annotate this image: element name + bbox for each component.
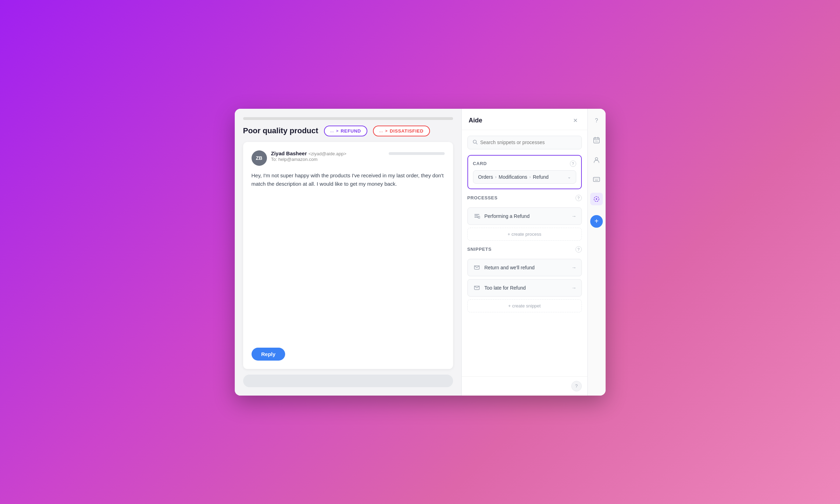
svg-point-12: [595, 157, 598, 160]
create-process-link[interactable]: + create process: [467, 228, 582, 241]
breadcrumb-modifications: Modifications: [499, 174, 527, 180]
card-breadcrumb[interactable]: Orders › Modifications › Refund ⌄: [473, 170, 576, 184]
search-input[interactable]: [480, 140, 577, 145]
svg-rect-13: [593, 177, 600, 182]
close-button[interactable]: ✕: [571, 116, 580, 126]
avatar: ZB: [252, 150, 267, 166]
close-icon: ✕: [573, 117, 578, 124]
refund-tag-button[interactable]: ... > REFUND: [324, 126, 367, 136]
snippets-help-icon[interactable]: ?: [576, 246, 582, 253]
to-address: help@amazon.com: [278, 157, 317, 162]
snippets-label: Snippets: [467, 247, 492, 252]
aide-footer: ?: [462, 376, 587, 396]
process-item-left: Performing a Refund: [473, 212, 530, 220]
dissatisfied-dots: ...: [379, 129, 383, 133]
email-header: Poor quality product ... > REFUND ... > …: [243, 126, 453, 136]
chevron-down-icon[interactable]: ⌄: [567, 175, 571, 179]
snippet-name-0: Return and we'll refund: [485, 265, 535, 270]
svg-line-1: [476, 143, 477, 144]
breadcrumb-sep-2: ›: [529, 175, 531, 179]
snippet-arrow-1: →: [572, 285, 577, 291]
svg-rect-3: [474, 215, 478, 216]
snippet-icon-1: [473, 284, 481, 292]
snippet-icon-0: [473, 263, 481, 272]
processes-section: Processes ?: [467, 195, 582, 241]
aide-header: Aide ✕: [462, 109, 587, 130]
breadcrumb-path: Orders › Modifications › Refund: [478, 174, 549, 180]
breadcrumb-orders: Orders: [478, 174, 493, 180]
email-bar-decoration: [389, 152, 445, 155]
dissatisfied-arrow: >: [385, 129, 388, 133]
main-window: Poor quality product ... > REFUND ... > …: [235, 109, 606, 396]
email-body: Hey, I'm not super happy with the produc…: [252, 171, 445, 342]
sidebar-help-button[interactable]: ?: [590, 114, 603, 127]
footer-help-button[interactable]: ?: [571, 381, 582, 391]
dissatisfied-tag-button[interactable]: ... > DISSATISFIED: [373, 126, 430, 136]
top-bar-decoration: [243, 117, 453, 120]
process-arrow-icon: →: [572, 213, 577, 219]
email-subject: Poor quality product: [243, 126, 318, 135]
search-box[interactable]: [467, 136, 582, 149]
bottom-bar-decoration: [243, 375, 453, 387]
snippets-header: Snippets ?: [467, 246, 582, 253]
snippet-item-return-refund[interactable]: Return and we'll refund →: [467, 259, 582, 276]
card-header: Card ?: [473, 161, 576, 167]
snippet-item-too-late[interactable]: Too late for Refund →: [467, 279, 582, 297]
process-name-performing-refund: Performing a Refund: [485, 213, 530, 219]
create-snippet-link[interactable]: + create snippet: [467, 299, 582, 312]
email-card: ZB Ziyad Basheer <ziyad@aide.app> To: he…: [243, 142, 453, 369]
snippet-item-left-1: Too late for Refund: [473, 284, 526, 292]
refund-dots: ...: [330, 129, 334, 133]
processes-help-icon[interactable]: ?: [576, 195, 582, 201]
aide-title: Aide: [469, 117, 482, 124]
snippet-name-1: Too late for Refund: [485, 285, 526, 291]
breadcrumb-refund: Refund: [533, 174, 549, 180]
email-meta: ZB Ziyad Basheer <ziyad@aide.app> To: he…: [252, 150, 445, 166]
refund-label: REFUND: [341, 128, 361, 134]
sidebar-keyboard-button[interactable]: [590, 173, 603, 186]
card-help-icon[interactable]: ?: [570, 161, 576, 167]
left-panel: Poor quality product ... > REFUND ... > …: [235, 109, 461, 396]
sender-info: Ziyad Basheer <ziyad@aide.app> To: help@…: [271, 150, 445, 162]
to-label: To:: [271, 157, 277, 162]
svg-rect-2: [474, 214, 479, 215]
processes-label: Processes: [467, 195, 498, 200]
add-icon: +: [594, 217, 599, 225]
sidebar-circle-button[interactable]: [590, 193, 603, 205]
process-icon: [473, 212, 481, 220]
process-item-performing-refund[interactable]: Performing a Refund →: [467, 207, 582, 225]
refund-arrow: >: [336, 129, 339, 133]
sidebar-icons: ? 31: [587, 109, 606, 396]
add-fab-button[interactable]: +: [590, 215, 603, 228]
sender-to: To: help@amazon.com: [271, 157, 445, 162]
snippet-arrow-0: →: [572, 265, 577, 270]
sidebar-person-button[interactable]: [590, 154, 603, 166]
aide-body: Card ? Orders › Modifications › Refund ⌄: [462, 130, 587, 376]
svg-text:31: 31: [595, 140, 598, 142]
sender-name: Ziyad Basheer: [271, 150, 307, 156]
sender-email-address: <ziyad@aide.app>: [309, 151, 347, 156]
processes-header: Processes ?: [467, 195, 582, 201]
card-section: Card ? Orders › Modifications › Refund ⌄: [467, 155, 582, 189]
snippets-section: Snippets ? Return and we'll refund →: [467, 246, 582, 312]
reply-button[interactable]: Reply: [252, 348, 285, 361]
aide-panel: Aide ✕ Card ?: [461, 109, 587, 396]
svg-point-21: [596, 198, 597, 200]
snippet-item-left-0: Return and we'll refund: [473, 263, 535, 272]
sidebar-calendar-button[interactable]: 31: [590, 134, 603, 147]
card-label: Card: [473, 161, 487, 166]
dissatisfied-label: DISSATISFIED: [390, 128, 423, 134]
svg-line-6: [480, 218, 480, 219]
search-icon: [473, 140, 478, 145]
breadcrumb-sep-1: ›: [495, 175, 496, 179]
